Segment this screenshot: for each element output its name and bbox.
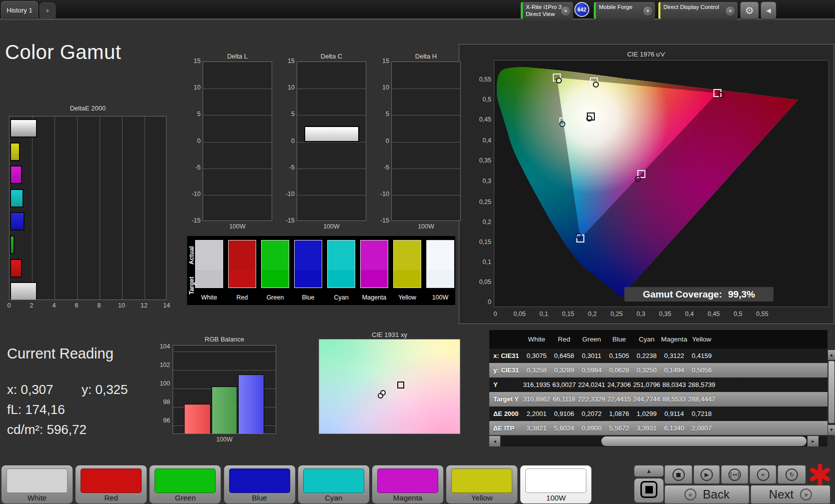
cie1976-x-tick: 0,05 bbox=[509, 310, 531, 318]
delta-y-tick: 5 bbox=[274, 110, 295, 118]
scroll-up-icon[interactable]: ▲ bbox=[828, 350, 835, 360]
rgb-bar-green bbox=[212, 386, 237, 434]
delta-y-tick: -5 bbox=[180, 164, 201, 171]
delta-y-tick: -5 bbox=[368, 164, 389, 171]
gear-icon[interactable]: ⚙ bbox=[740, 2, 759, 20]
chevron-down-icon[interactable]: ▼ bbox=[560, 6, 571, 16]
cie1976-y-tick: 0 bbox=[468, 298, 491, 306]
deltae-chart-area bbox=[9, 116, 167, 300]
cie1976-y-tick: 0,05 bbox=[468, 278, 491, 286]
loop-icon: ∞ bbox=[757, 468, 769, 481]
tab-label: History 1 bbox=[7, 6, 32, 14]
pattern-window-button[interactable] bbox=[634, 478, 664, 503]
table-cell: 0,5056 bbox=[688, 366, 715, 374]
results-table: WhiteRedGreenBlueCyanMagentaYellowx: CIE… bbox=[489, 330, 827, 435]
next-button[interactable]: Next » bbox=[750, 485, 830, 504]
table-row-5: ΔE 20002,20010,91060,20721,08761,02990,9… bbox=[489, 406, 827, 421]
scroll-right-icon[interactable]: ▶ bbox=[807, 436, 818, 446]
pattern-label: 100W bbox=[520, 494, 591, 502]
delta-y-tick: -15 bbox=[368, 217, 389, 224]
chevron-left-icon: « bbox=[684, 488, 696, 500]
pattern-button-red[interactable]: Red bbox=[75, 465, 147, 504]
deltae-x-tick: 6 bbox=[69, 302, 84, 309]
table-cell: 0,0628 bbox=[605, 366, 633, 374]
pattern-button-blue[interactable]: Blue bbox=[224, 465, 296, 504]
swatch-column-white bbox=[195, 240, 223, 288]
stop-button[interactable]: ■ bbox=[664, 465, 692, 484]
deltae-bar-blue bbox=[10, 212, 25, 230]
rgb-balance-title: RGB Balance bbox=[173, 336, 276, 343]
tab-history-1[interactable]: History 1 bbox=[1, 1, 38, 19]
scroll-left-icon[interactable]: ◀ bbox=[489, 436, 500, 446]
swatch-label: Red bbox=[226, 294, 259, 301]
back-label: Back bbox=[703, 488, 729, 502]
pattern-window-up-button[interactable]: ▲ bbox=[634, 465, 664, 477]
pattern-range-button[interactable]: [↔] bbox=[721, 465, 748, 484]
delta-y-tick: 5 bbox=[180, 110, 201, 118]
swatch-actual bbox=[361, 240, 388, 270]
loop-button[interactable]: ∞ bbox=[749, 465, 776, 484]
collapse-panel-icon[interactable]: ◀ bbox=[760, 2, 776, 20]
display-control-dropdown[interactable]: Direct Display Control ▼ bbox=[658, 2, 738, 20]
table-vertical-scrollbar[interactable]: ▲ ▼ bbox=[828, 350, 835, 435]
pattern-swatch bbox=[81, 468, 142, 493]
delta-gridline bbox=[392, 115, 460, 116]
chevron-down-icon[interactable]: ▼ bbox=[642, 6, 653, 16]
cie1976-diagram bbox=[494, 60, 828, 306]
scroll-down-icon[interactable]: ▼ bbox=[828, 425, 835, 435]
vscroll-thumb[interactable] bbox=[828, 361, 834, 423]
table-cell: 1,0876 bbox=[605, 410, 633, 418]
source-dropdown[interactable]: Mobile Forge ▼ bbox=[593, 2, 655, 20]
table-cell: 0,3122 bbox=[660, 352, 688, 360]
swatch-column-yellow bbox=[393, 240, 421, 288]
delta-y-tick: 10 bbox=[368, 84, 389, 91]
pattern-button-100w[interactable]: 100W bbox=[520, 465, 592, 504]
chevron-down-icon[interactable]: ▼ bbox=[725, 6, 736, 16]
table-horizontal-scrollbar[interactable]: ◀ ▶ bbox=[489, 436, 827, 446]
pattern-swatch bbox=[451, 468, 512, 493]
cie1976-y-tick: 0,3 bbox=[468, 178, 491, 184]
delta-gridline bbox=[203, 115, 272, 116]
hscroll-thumb[interactable] bbox=[601, 436, 806, 446]
pattern-button-green[interactable]: Green bbox=[149, 465, 221, 504]
table-cell: 0,5984 bbox=[578, 366, 605, 374]
deltae-x-tick: 8 bbox=[92, 302, 107, 309]
rgb-gridline bbox=[173, 370, 276, 370]
column-header-yellow: Yellow bbox=[688, 336, 715, 343]
table-cell: 6,1340 bbox=[660, 424, 688, 432]
cie1931-target-marker bbox=[397, 382, 404, 388]
pattern-label: Yellow bbox=[446, 494, 517, 502]
add-tab-button[interactable]: + bbox=[40, 2, 56, 18]
reading-cdm2: cd/m²: 596,72 bbox=[7, 422, 87, 438]
cie1931-title: CIE 1931 xy bbox=[319, 331, 460, 338]
pattern-button-magenta[interactable]: Magenta bbox=[372, 465, 444, 504]
deltae-bar-100w bbox=[10, 282, 37, 300]
swatch-label: Yellow bbox=[391, 294, 424, 301]
meter-dropdown[interactable]: X-Rite i1Pro 3Direct View ▼ bbox=[520, 2, 573, 20]
refresh-button[interactable]: ↻ bbox=[777, 465, 806, 484]
delta-chart-area-0 bbox=[203, 62, 272, 221]
pattern-button-yellow[interactable]: Yellow bbox=[446, 465, 518, 504]
cie1976-x-tick: 0,4 bbox=[678, 310, 700, 318]
delta-y-tick: 15 bbox=[180, 58, 201, 64]
table-cell: 0,3258 bbox=[523, 366, 550, 374]
pattern-range-icon: [↔] bbox=[728, 468, 741, 481]
cie1976-y-tick: 0,2 bbox=[468, 218, 491, 226]
required-asterisk-icon bbox=[808, 464, 831, 485]
table-cell: 0,3289 bbox=[550, 366, 578, 374]
rgb-y-tick: 104 bbox=[149, 343, 170, 350]
back-button[interactable]: « Back bbox=[664, 485, 749, 504]
cie1976-x-tick: 0,25 bbox=[606, 310, 628, 318]
rgb-y-tick: 100 bbox=[149, 380, 170, 387]
play-button[interactable]: ▶ bbox=[693, 465, 720, 484]
table-cell: 3,3821 bbox=[523, 424, 550, 432]
delta-gridline bbox=[297, 115, 366, 116]
deltae-gridline bbox=[145, 116, 145, 300]
pattern-button-cyan[interactable]: Cyan bbox=[298, 465, 370, 504]
swatch-target bbox=[295, 270, 322, 288]
pattern-button-white[interactable]: White bbox=[1, 465, 73, 504]
table-cell: 66,1118 bbox=[550, 396, 578, 403]
delta-y-tick: 0 bbox=[368, 138, 389, 144]
swatch-column-blue bbox=[294, 240, 322, 288]
delta-gridline bbox=[392, 88, 460, 89]
